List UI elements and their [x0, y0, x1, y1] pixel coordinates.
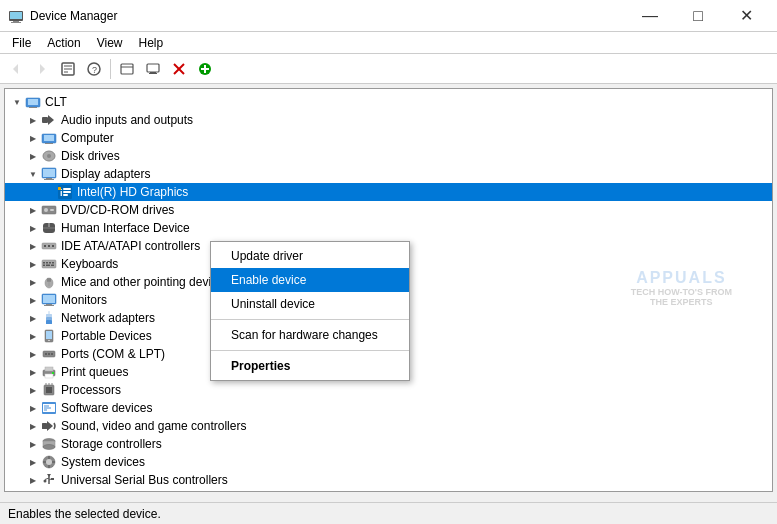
- context-sep-2: [211, 350, 409, 351]
- help-button[interactable]: ?: [82, 57, 106, 81]
- svg-rect-55: [49, 262, 51, 264]
- icon-mice: [41, 274, 57, 290]
- icon-computer: [41, 130, 57, 146]
- icon-clt: [25, 94, 41, 110]
- svg-point-97: [43, 445, 55, 450]
- icon-sound: [41, 418, 57, 434]
- svg-rect-67: [44, 305, 54, 306]
- tree-item-disk[interactable]: ▶ Disk drives: [5, 147, 772, 165]
- svg-rect-69: [46, 317, 52, 320]
- monitor-icon: [146, 62, 160, 76]
- icon-portable: [41, 328, 57, 344]
- icon-software: [41, 400, 57, 416]
- monitors-label: Monitors: [61, 293, 107, 307]
- expand-icon-portable: ▶: [25, 328, 41, 344]
- expand-icon-network: ▶: [25, 310, 41, 326]
- svg-rect-51: [52, 245, 54, 247]
- remove-button[interactable]: [167, 57, 191, 81]
- forward-button[interactable]: [30, 57, 54, 81]
- minimize-button[interactable]: —: [627, 1, 673, 31]
- expand-icon-system: ▶: [25, 454, 41, 470]
- svg-rect-12: [121, 64, 133, 74]
- svg-rect-28: [44, 135, 54, 141]
- svg-rect-46: [48, 223, 50, 227]
- expand-icon-audio: ▶: [25, 112, 41, 128]
- svg-rect-106: [51, 478, 54, 480]
- portable-label: Portable Devices: [61, 329, 152, 343]
- context-update-driver[interactable]: Update driver: [211, 244, 409, 268]
- tree-item-audio[interactable]: ▶ Audio inputs and outputs: [5, 111, 772, 129]
- tree-item-clt[interactable]: ▼ CLT: [5, 93, 772, 111]
- tree-item-dvd[interactable]: ▶ DVD/CD-ROM drives: [5, 201, 772, 219]
- context-uninstall-device[interactable]: Uninstall device: [211, 292, 409, 316]
- svg-rect-15: [150, 72, 156, 73]
- disk-label: Disk drives: [61, 149, 120, 163]
- svg-rect-50: [48, 245, 50, 247]
- svg-rect-71: [48, 311, 50, 314]
- context-enable-device[interactable]: Enable device: [211, 268, 409, 292]
- tree-item-intel[interactable]: i Intel(R) HD Graphics: [5, 183, 772, 201]
- svg-rect-68: [46, 320, 52, 324]
- svg-rect-38: [63, 188, 71, 190]
- expand-icon-dvd: ▶: [25, 202, 41, 218]
- expand-icon-clt: ▼: [9, 94, 25, 110]
- scan-button[interactable]: [115, 57, 139, 81]
- tree-item-processors[interactable]: ▶ Processors: [5, 381, 772, 399]
- svg-point-99: [46, 459, 52, 465]
- icon-print: [41, 364, 57, 380]
- tree-item-system[interactable]: ▶ System devices: [5, 453, 772, 471]
- tree-item-storage[interactable]: ▶ Storage controllers: [5, 435, 772, 453]
- svg-rect-80: [45, 367, 53, 371]
- tree-item-display[interactable]: ▼ Display adapters: [5, 165, 772, 183]
- icon-dvd: [41, 202, 57, 218]
- tree-item-computer[interactable]: ▶ Computer: [5, 129, 772, 147]
- svg-rect-74: [48, 340, 50, 341]
- expand-icon-mice: ▶: [25, 274, 41, 290]
- tree-item-software[interactable]: ▶ Software devices: [5, 399, 772, 417]
- add-button[interactable]: [193, 57, 217, 81]
- svg-rect-34: [46, 178, 52, 179]
- title-bar: Device Manager — □ ✕: [0, 0, 777, 32]
- svg-rect-3: [11, 22, 21, 23]
- svg-marker-26: [48, 115, 54, 125]
- expand-icon-ide: ▶: [25, 238, 41, 254]
- network-label: Network adapters: [61, 311, 155, 325]
- context-properties[interactable]: Properties: [211, 354, 409, 378]
- remove-icon: [172, 62, 186, 76]
- menu-view[interactable]: View: [89, 34, 131, 52]
- menu-action[interactable]: Action: [39, 34, 88, 52]
- clt-label: CLT: [45, 95, 67, 109]
- expand-icon-ports: ▶: [25, 346, 41, 362]
- tree-item-usb[interactable]: ▶ Universal Serial Bus controllers: [5, 471, 772, 489]
- mice-label: Mice and other pointing devices: [61, 275, 230, 289]
- svg-rect-29: [45, 143, 53, 144]
- icon-processors: [41, 382, 57, 398]
- menu-help[interactable]: Help: [131, 34, 172, 52]
- menu-file[interactable]: File: [4, 34, 39, 52]
- svg-rect-57: [43, 265, 45, 267]
- back-button[interactable]: [4, 57, 28, 81]
- add-icon: [198, 62, 212, 76]
- svg-rect-24: [29, 107, 37, 108]
- menu-bar: File Action View Help: [0, 32, 777, 54]
- expand-icon-print: ▶: [25, 364, 41, 380]
- sound-label: Sound, video and game controllers: [61, 419, 246, 433]
- expand-icon-sound: ▶: [25, 418, 41, 434]
- svg-rect-70: [46, 314, 52, 317]
- icon-system: [41, 454, 57, 470]
- svg-rect-52: [42, 260, 56, 268]
- monitor-button[interactable]: [141, 57, 165, 81]
- tree-item-hid[interactable]: ▶ Human Interface Device: [5, 219, 772, 237]
- svg-point-77: [48, 353, 50, 355]
- svg-rect-56: [52, 262, 54, 264]
- close-button[interactable]: ✕: [723, 1, 769, 31]
- expand-icon-keyboard: ▶: [25, 256, 41, 272]
- audio-label: Audio inputs and outputs: [61, 113, 193, 127]
- status-text: Enables the selected device.: [8, 507, 161, 521]
- icon-storage: [41, 436, 57, 452]
- tree-item-sound[interactable]: ▶ Sound, video and game controllers: [5, 417, 772, 435]
- context-scan-hardware[interactable]: Scan for hardware changes: [211, 323, 409, 347]
- properties-button[interactable]: [56, 57, 80, 81]
- svg-rect-16: [149, 73, 157, 74]
- maximize-button[interactable]: □: [675, 1, 721, 31]
